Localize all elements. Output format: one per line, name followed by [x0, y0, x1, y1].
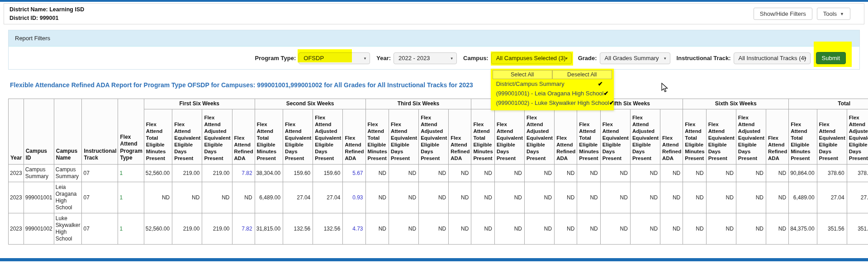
chevron-down-icon: ▾ [804, 56, 806, 61]
data-cell: 27.04 [283, 182, 313, 213]
data-cell: 27.04 [847, 182, 868, 213]
data-cell: 27.04 [817, 182, 847, 213]
data-cell: 6,489.00 [789, 182, 817, 213]
data-cell: ND [577, 165, 600, 182]
grade-select[interactable]: All Grades Summary ▾ [600, 52, 670, 64]
data-cell: 378.60 [817, 165, 847, 182]
ada-value-link[interactable]: 7.82 [232, 165, 255, 182]
data-cell: ND [494, 182, 524, 213]
data-cell: ND [630, 182, 660, 213]
instructional-track-cell: 07 [82, 213, 118, 245]
column-header: Flex Attend Refined ADA [232, 109, 255, 165]
data-cell: ND [365, 213, 389, 245]
data-cell: ND [706, 165, 736, 182]
data-cell: 132.56 [313, 213, 343, 245]
column-header: Flex Attend Refined ADA [555, 109, 577, 165]
column-header: Flex Attend Program Type [118, 99, 144, 165]
data-cell: ND [202, 182, 232, 213]
data-cell: ND [525, 165, 555, 182]
data-cell: ND [471, 182, 494, 213]
campus-label: Campus: [463, 55, 489, 61]
deselect-all-button[interactable]: Deselect All [552, 70, 612, 79]
data-cell: 27.04 [313, 182, 343, 213]
data-cell: ND [144, 182, 172, 213]
data-cell: ND [660, 182, 683, 213]
grade-label: Grade: [578, 55, 597, 61]
data-cell: ND [172, 182, 202, 213]
column-header: Flex Attend Refined ADA [660, 109, 683, 165]
column-header: Flex Attend Adjusted Equivalent Eligible… [630, 109, 660, 165]
column-header: Flex Attend Adjusted Equivalent Eligible… [419, 109, 449, 165]
data-cell: ND [706, 213, 736, 245]
column-header: Flex Attend Adjusted Equivalent Eligible… [736, 109, 766, 165]
column-header: Flex Attend Equivalent Eligible Days Pre… [600, 109, 630, 165]
report-title: Flexible Attendance Refined ADA Report f… [10, 81, 473, 89]
data-cell: ND [683, 213, 706, 245]
table-row: 2023999001001Leia Oragana High School071… [9, 182, 868, 213]
program-type-cell: 1 [118, 213, 144, 245]
campus-option-label: (999001001) - Leia Oragana High School [496, 90, 604, 97]
campus-value: All Campuses Selected (3) [496, 55, 566, 61]
campus-option-leia-oragana[interactable]: (999001001) - Leia Oragana High School ✔ [493, 89, 612, 98]
data-cell: ND [766, 213, 789, 245]
data-cell: ND [736, 165, 766, 182]
campus-name-cell: Luke Skywalker High School [54, 213, 82, 245]
submit-button[interactable]: Submit [816, 52, 846, 64]
data-cell: ND [660, 213, 683, 245]
column-group-header: Sixth Six Weeks [683, 99, 789, 109]
data-cell: ND [471, 213, 494, 245]
campus-id-cell: 999001001 [24, 182, 54, 213]
column-header: Flex Attend Refined ADA [343, 109, 365, 165]
column-header: Year [9, 99, 24, 165]
column-header: Flex Attend Total Eligible Minutes Prese… [577, 109, 600, 165]
data-cell: 52,560.00 [144, 213, 172, 245]
data-cell: ND [419, 165, 449, 182]
data-cell: ND [683, 182, 706, 213]
select-all-button[interactable]: Select All [493, 70, 552, 79]
show-hide-filters-button[interactable]: Show/Hide Filters [754, 8, 812, 20]
ada-value-link[interactable]: 5.67 [343, 165, 365, 182]
ada-value-link[interactable]: 4.73 [343, 213, 365, 245]
column-header: Flex Attend Total Eligible Minutes Prese… [683, 109, 706, 165]
campus-option-luke-skywalker[interactable]: (999001002) - Luke Skywalker High School… [493, 98, 612, 108]
tools-button[interactable]: Tools ▼ [817, 8, 850, 20]
data-cell: ND [449, 165, 471, 182]
ada-value-link[interactable]: 7.82 [232, 213, 255, 245]
campus-name-cell: Leia Oragana High School [54, 182, 82, 213]
instructional-track-cell: 07 [82, 182, 118, 213]
campus-option-district-summary[interactable]: District/Campus Summary ✔ [493, 79, 612, 89]
data-cell: ND [600, 165, 630, 182]
year-cell: 2023 [9, 165, 24, 182]
data-cell: ND [555, 165, 577, 182]
data-cell: ND [555, 213, 577, 245]
year-select[interactable]: 2022 - 2023 ▾ [394, 52, 457, 64]
ada-value-link[interactable]: 0.93 [343, 182, 365, 213]
chevron-down-icon: ▾ [565, 56, 568, 61]
instructional-track-label: Instructional Track: [677, 55, 731, 61]
data-cell: ND [389, 213, 418, 245]
mouse-cursor [661, 83, 669, 93]
data-cell: ND [232, 182, 255, 213]
column-header: Flex Attend Total Eligible Minutes Prese… [144, 109, 172, 165]
data-cell: 351.56 [817, 213, 847, 245]
data-cell: ND [449, 213, 471, 245]
data-cell: ND [494, 165, 524, 182]
column-header: Flex Attend Equivalent Eligible Days Pre… [817, 109, 847, 165]
data-cell: ND [555, 182, 577, 213]
data-cell: ND [525, 213, 555, 245]
column-header: Flex Attend Equivalent Eligible Days Pre… [172, 109, 202, 165]
data-cell: 219.00 [202, 213, 232, 245]
report-table: YearCampus IDCampus NameInstructional Tr… [8, 99, 868, 245]
data-cell: 52,560.00 [144, 165, 172, 182]
program-type-select[interactable]: OFSDP ▾ [299, 52, 370, 64]
column-header: Flex Attend Total Eligible Minutes Prese… [789, 109, 817, 165]
instructional-track-cell: 07 [82, 165, 118, 182]
data-cell: 351.56 [847, 213, 868, 245]
top-accent-bar [0, 0, 868, 2]
instructional-track-select[interactable]: All Instructional Tracks (4) ▾ [734, 52, 811, 64]
campus-select[interactable]: All Campuses Selected (3) ▾ Select All D… [491, 52, 572, 64]
check-icon: ✔ [598, 80, 603, 87]
district-name: District Name: Learning ISD [9, 5, 84, 14]
data-cell: ND [630, 213, 660, 245]
filter-row: Program Type: OFSDP ▾ Year: 2022 - 2023 … [9, 52, 859, 64]
